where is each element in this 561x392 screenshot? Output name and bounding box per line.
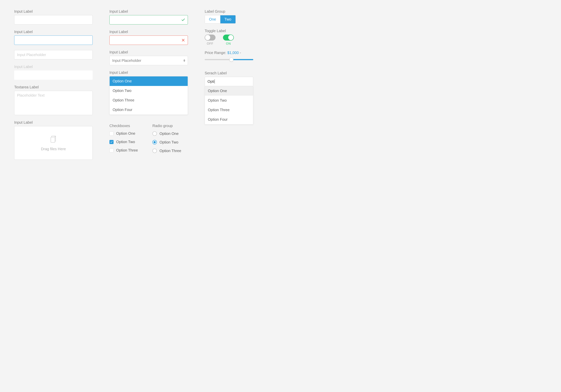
- input-label: Input Label: [109, 9, 188, 14]
- dropzone-label: Input Label: [14, 120, 93, 125]
- text-input-focused[interactable]: [14, 35, 93, 45]
- checkbox-heading: Checkboxes: [109, 124, 145, 128]
- option-listbox: Option One Option Two Option Three Optio…: [109, 76, 188, 115]
- button-group-label: Label Group: [205, 9, 253, 14]
- radio-label: Option Three: [160, 149, 181, 153]
- toggle-switch-on[interactable]: [223, 34, 234, 41]
- segment-two-button[interactable]: Two: [220, 15, 236, 23]
- select-label: Input Label: [109, 50, 188, 54]
- select-display[interactable]: Input Placeholder: [109, 56, 188, 65]
- slider-track: [231, 59, 253, 60]
- price-range-separator: -: [239, 51, 241, 55]
- input-label: Input Label: [109, 30, 188, 34]
- search-option[interactable]: Option Three: [205, 105, 253, 115]
- toggle-label: Toggle Label: [205, 29, 253, 33]
- radio-option[interactable]: Option One: [152, 131, 188, 137]
- radio-icon: [152, 149, 157, 153]
- select-dropdown[interactable]: Input Placeholder: [109, 56, 188, 65]
- button-group: One Two: [205, 15, 236, 23]
- checkbox-label: Option One: [116, 131, 135, 136]
- radio-label: Option One: [160, 131, 179, 136]
- slider-handle[interactable]: [229, 57, 233, 62]
- text-input-success[interactable]: [109, 15, 188, 24]
- search-option[interactable]: Option Two: [205, 96, 253, 105]
- segment-one-button[interactable]: One: [205, 15, 220, 23]
- search-input[interactable]: Opti: [205, 77, 253, 86]
- toggle-state-label: OFF: [207, 42, 214, 45]
- checkbox-icon: [109, 131, 114, 136]
- search-option[interactable]: Option Four: [205, 115, 253, 124]
- svg-rect-1: [51, 137, 55, 142]
- price-range-label: Price Range:: [205, 51, 227, 55]
- text-input-default[interactable]: [14, 15, 93, 24]
- toggle-state-label: ON: [226, 42, 231, 45]
- file-dropzone[interactable]: Drag files Here: [14, 126, 93, 160]
- text-input-placeholder[interactable]: [14, 50, 93, 59]
- radio-heading: Radio group: [152, 124, 188, 128]
- search-input-value: Opti: [207, 79, 214, 84]
- listbox-option[interactable]: Option Three: [110, 96, 188, 105]
- input-label: Input Label: [14, 30, 93, 34]
- toggle-switch-off[interactable]: [205, 34, 216, 41]
- check-icon: [181, 18, 185, 22]
- checkbox-label: Option Three: [116, 148, 138, 152]
- checkbox-icon: [109, 140, 114, 144]
- input-label: Input Label: [14, 9, 93, 14]
- radio-label: Option Two: [160, 140, 178, 144]
- search-dropdown: Option One Option Two Option Three Optio…: [205, 86, 253, 124]
- price-range-value: $1,000: [227, 51, 239, 55]
- search-label: Serach Label: [205, 71, 253, 75]
- radio-option[interactable]: Option Two: [152, 139, 188, 145]
- search-option[interactable]: Option One: [205, 86, 253, 96]
- radio-option[interactable]: Option Three: [152, 148, 188, 154]
- checkbox-option[interactable]: Option Three: [109, 147, 145, 153]
- input-label-disabled: Input Label: [14, 65, 93, 69]
- text-input-borderless[interactable]: [14, 70, 93, 80]
- listbox-option[interactable]: Option One: [110, 76, 188, 86]
- checkbox-icon: [109, 148, 114, 152]
- checkbox-option[interactable]: Option One: [109, 131, 145, 136]
- listbox-option[interactable]: Option Four: [110, 105, 188, 115]
- close-icon: [181, 38, 185, 42]
- text-caret-icon: [215, 79, 215, 84]
- checkbox-label: Option Two: [116, 140, 135, 144]
- listbox-label: Input Label: [109, 70, 188, 75]
- radio-icon: [152, 131, 157, 136]
- textarea-label: Textarea Label: [14, 85, 93, 89]
- textarea[interactable]: [14, 91, 93, 115]
- dropzone-text: Drag files Here: [41, 147, 66, 151]
- files-icon: [49, 135, 58, 144]
- range-slider[interactable]: [205, 59, 253, 60]
- radio-icon: [152, 140, 157, 144]
- text-input-error[interactable]: [109, 35, 188, 45]
- checkbox-option[interactable]: Option Two: [109, 139, 145, 145]
- chevron-updown-icon: [183, 59, 185, 62]
- listbox-option[interactable]: Option Two: [110, 86, 188, 96]
